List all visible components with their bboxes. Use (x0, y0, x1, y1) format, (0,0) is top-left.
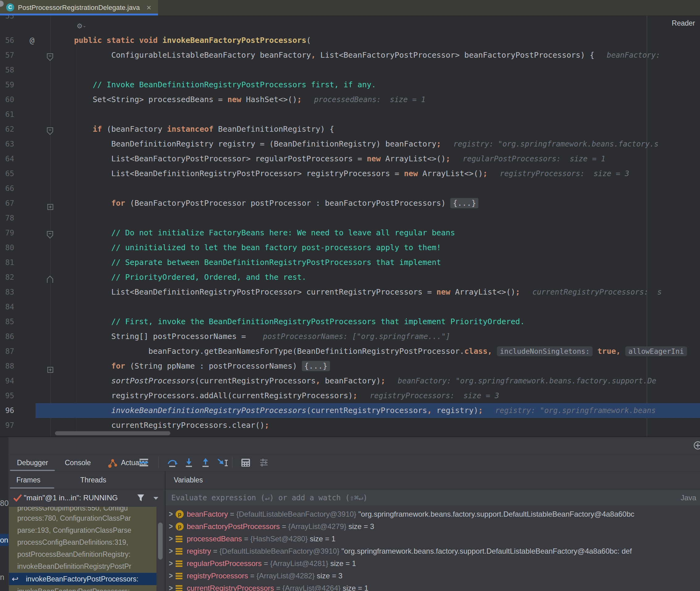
debugger-inline-hint: registryProcessors: size = 3 (370, 391, 499, 400)
stack-frame[interactable]: processConfigBeanDefinitions:319, (9, 536, 157, 548)
tab-threads[interactable]: Threads (80, 471, 106, 489)
debugger-inline-hint: postProcessorNames: ["org.springframe...… (263, 332, 450, 341)
layout-menu-icon[interactable] (139, 459, 148, 468)
line-number[interactable]: 61 (0, 107, 14, 122)
line-number[interactable]: 87 (0, 344, 14, 359)
line-number[interactable]: 56 (0, 33, 14, 48)
expand-chevron-icon[interactable]: > (169, 545, 173, 557)
code-line-66: 66 (0, 181, 700, 196)
filter-funnel-icon[interactable] (136, 494, 145, 504)
debugger-inline-hint: regularPostProcessors: size = 1 (463, 154, 605, 163)
actuator-icon (107, 458, 118, 470)
line-number[interactable]: 65 (0, 166, 14, 181)
horizontal-scrollbar[interactable] (55, 431, 170, 435)
line-number[interactable]: 85 (0, 314, 14, 329)
run-to-cursor-icon[interactable] (217, 457, 228, 470)
line-number[interactable]: 88 (0, 359, 14, 374)
variable-row[interactable]: >pbeanFactoryPostProcessors = {ArrayList… (166, 521, 700, 532)
variables-header: Variables (174, 471, 203, 489)
circle-plus-icon[interactable] (693, 441, 700, 451)
line-number[interactable]: 78 (0, 211, 14, 225)
line-number[interactable]: 59 (0, 77, 14, 92)
local-variable-icon (176, 547, 183, 557)
code-line-96: 96 invokeBeanDefinitionRegistryPostProce… (0, 403, 700, 418)
line-number[interactable]: 62 (0, 122, 14, 137)
code-line-55: 55 (0, 15, 700, 23)
debugger-inline-hint: currentRegistryProcessors: s (532, 288, 662, 297)
frames-scrollbar[interactable] (158, 523, 163, 560)
reader-mode-label[interactable]: Reader (672, 19, 695, 27)
toolbar-separator (232, 457, 232, 468)
layout-settings-icon[interactable] (258, 457, 270, 469)
line-number[interactable]: 58 (0, 63, 14, 77)
variable-row[interactable]: >regularPostProcessors = {ArrayList@4281… (166, 558, 700, 570)
line-number[interactable]: 83 (0, 285, 14, 300)
code-line-83: 83 List<BeanDefinitionRegistryPostProces… (0, 285, 700, 300)
evaluate-calculator-icon[interactable] (240, 457, 251, 469)
line-number[interactable]: 64 (0, 151, 14, 166)
variable-row[interactable]: >currentRegistryProcessors = {ArrayList@… (166, 582, 700, 591)
variables-list[interactable]: >pbeanFactory = {DefaultListableBeanFact… (166, 507, 700, 591)
expand-chevron-icon[interactable]: > (169, 558, 173, 570)
tab-console[interactable]: Console (65, 454, 91, 471)
divider (0, 454, 700, 454)
code-editor[interactable]: 5556@public static void invokeBeanFactor… (0, 15, 700, 437)
debug-tool-window: Debugger Console Actuator Fra (0, 437, 700, 591)
line-number[interactable]: 80 (0, 240, 14, 255)
expand-chevron-icon[interactable]: > (169, 521, 173, 532)
tab-debugger[interactable]: Debugger (17, 454, 48, 471)
step-into-icon[interactable] (183, 457, 194, 470)
panel-divider[interactable] (165, 471, 165, 591)
line-number[interactable]: 97 (0, 418, 14, 433)
chevron-down-icon (154, 497, 158, 500)
stack-frame[interactable]: invokeBeanDefinitionRegistryPostPr (9, 561, 157, 572)
thread-selector[interactable]: "main"@1 in...in": RUNNING (9, 489, 165, 507)
line-number[interactable]: 94 (0, 374, 14, 388)
frames-list[interactable]: processGroupImports:550, Configuprocess:… (9, 507, 157, 591)
code-line-57: 57 ConfigurableListableBeanFactory beanF… (0, 48, 700, 63)
close-icon[interactable]: ✕ (146, 0, 152, 15)
evaluate-expression-input[interactable]: Evaluate expression (↵) or add a watch (… (166, 490, 700, 506)
code-line-80: 80 // uninitialized to let the bean fact… (0, 240, 700, 255)
expand-chevron-icon[interactable]: > (169, 570, 173, 582)
variable-row[interactable]: >pbeanFactory = {DefaultListableBeanFact… (166, 508, 700, 520)
annotated-gutter-icon[interactable]: @ (30, 33, 35, 48)
variable-row[interactable]: >registry = {DefaultListableBeanFactory@… (166, 545, 700, 557)
line-number[interactable]: 67 (0, 196, 14, 211)
expand-chevron-icon[interactable]: > (169, 533, 173, 545)
tab-frames[interactable]: Frames (16, 471, 41, 489)
variable-row[interactable]: >processedBeans = {HashSet@4280} size = … (166, 533, 700, 545)
step-out-icon[interactable] (200, 457, 211, 470)
line-number[interactable]: 95 (0, 388, 14, 403)
stack-frame[interactable]: process:780, ConfigurationClassPar (9, 512, 157, 524)
code-line-64: 64 List<BeanFactoryPostProcessor> regula… (0, 151, 700, 166)
line-number[interactable]: 81 (0, 255, 14, 270)
variable-row[interactable]: >registryProcessors = {ArrayList@4282} s… (166, 570, 700, 582)
editor-tab[interactable]: C PostProcessorRegistrationDelegate.java… (0, 0, 158, 15)
line-number[interactable]: 66 (0, 181, 14, 196)
step-over-icon[interactable] (167, 457, 178, 470)
stack-frame[interactable]: parse:193, ConfigurationClassParse (9, 524, 157, 536)
line-number[interactable]: 86 (0, 329, 14, 344)
tab-debugger-underline (10, 470, 55, 471)
line-number[interactable]: 79 (0, 225, 14, 240)
line-number[interactable]: 82 (0, 270, 14, 285)
stack-frame[interactable]: invokeBeanFactoryPostProcessors: (9, 585, 157, 591)
thread-label: "main"@1 in...in": RUNNING (24, 489, 118, 507)
stack-frame-selected[interactable]: ↩invokeBeanFactoryPostProcessors: (9, 573, 157, 585)
line-number[interactable]: 63 (0, 137, 14, 151)
line-number[interactable]: 96 (0, 403, 14, 418)
expand-chevron-icon[interactable]: > (169, 508, 173, 520)
debugger-inline-hint: beanFactory: (607, 51, 665, 60)
local-variable-icon (176, 535, 183, 545)
drop-frame-icon: ↩ (12, 573, 18, 585)
line-number[interactable]: 55 (0, 15, 14, 23)
code-line-82: 82 // PriorityOrdered, Ordered, and the … (0, 270, 700, 285)
line-number[interactable]: 84 (0, 300, 14, 314)
line-number[interactable]: 60 (0, 92, 14, 107)
line-number[interactable]: 57 (0, 48, 14, 63)
stack-frame[interactable]: postProcessBeanDefinitionRegistry: (9, 548, 157, 560)
local-variable-icon (176, 572, 183, 582)
expand-chevron-icon[interactable]: > (169, 582, 173, 591)
code-vision-gear-icon[interactable]: ⚙⌄ (76, 22, 86, 30)
